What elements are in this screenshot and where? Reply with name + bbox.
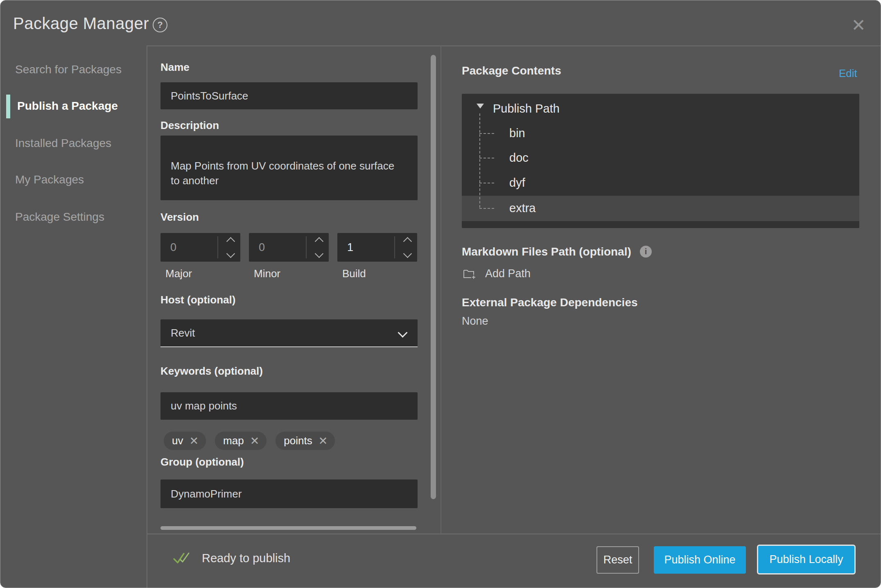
reset-button[interactable]: Reset	[596, 546, 639, 574]
vertical-scrollbar[interactable]	[431, 55, 436, 499]
add-path-label: Add Path	[485, 267, 531, 280]
host-label: Host (optional)	[160, 294, 235, 306]
build-stepper	[337, 233, 417, 262]
window-title: Package Manager	[13, 14, 149, 33]
chip-label: points	[284, 434, 312, 447]
keywords-label: Keywords (optional)	[160, 365, 263, 378]
header-divider	[147, 45, 881, 46]
remove-tag-icon[interactable]: ✕	[189, 434, 199, 448]
dependencies-label: External Package Dependencies	[462, 296, 638, 309]
build-decrement-button[interactable]	[398, 247, 417, 260]
package-contents-title: Package Contents	[462, 64, 561, 77]
package-contents-tree: Publish Path bin doc dyf extra	[462, 94, 859, 228]
description-label: Description	[160, 119, 219, 132]
footer-divider	[147, 534, 881, 534]
build-input[interactable]	[337, 233, 394, 262]
host-selected-value: Revit	[171, 327, 195, 339]
active-item-indicator	[6, 95, 10, 118]
minor-stepper	[249, 233, 329, 262]
keyword-chip-points: points ✕	[276, 432, 335, 450]
minor-input[interactable]	[249, 233, 305, 262]
sidebar-divider	[147, 45, 147, 588]
close-icon[interactable]: ✕	[849, 15, 868, 35]
version-label: Version	[160, 211, 199, 224]
chevron-down-icon	[314, 249, 323, 258]
chevron-up-icon	[403, 237, 411, 245]
stepper-separator	[306, 236, 307, 258]
build-label: Build	[337, 267, 417, 280]
tree-node-doc[interactable]: doc	[462, 145, 881, 170]
stepper-separator	[217, 236, 218, 258]
edit-link[interactable]: Edit	[839, 67, 857, 80]
name-label: Name	[160, 61, 190, 74]
sidebar-item-installed-packages[interactable]: Installed Packages	[15, 131, 138, 156]
minor-label: Minor	[249, 267, 329, 280]
dependencies-value: None	[462, 315, 488, 328]
publish-status: Ready to publish	[172, 551, 290, 565]
markdown-path-label: Markdown Files Path (optional)	[462, 245, 631, 258]
major-increment-button[interactable]	[221, 235, 240, 248]
version-steppers	[160, 233, 418, 262]
chip-label: map	[223, 434, 244, 447]
tree-node-dyf[interactable]: dyf	[462, 170, 881, 195]
minor-increment-button[interactable]	[309, 235, 328, 248]
major-label: Major	[160, 267, 240, 280]
stepper-separator	[394, 236, 395, 258]
keyword-chip-map: map ✕	[215, 432, 267, 450]
remove-tag-icon[interactable]: ✕	[319, 434, 328, 448]
chevron-down-icon	[226, 249, 235, 258]
sidebar-item-package-settings[interactable]: Package Settings	[15, 205, 138, 229]
sidebar-item-search-for-packages[interactable]: Search for Packages	[15, 57, 138, 82]
chevron-down-icon	[403, 249, 411, 258]
chip-label: uv	[172, 434, 183, 447]
group-label: Group (optional)	[160, 456, 244, 468]
package-manager-dialog: Package Manager ? ✕ Search for Packages …	[0, 0, 881, 588]
sidebar-item-my-packages[interactable]: My Packages	[15, 167, 138, 192]
horizontal-scrollbar[interactable]	[160, 526, 416, 530]
chevron-down-icon	[398, 328, 407, 337]
publish-locally-button[interactable]: Publish Locally	[757, 545, 856, 574]
tree-node-bin[interactable]: bin	[462, 121, 881, 145]
keyword-tags: uv ✕ map ✕ points ✕	[164, 432, 335, 450]
keywords-input[interactable]	[160, 392, 418, 420]
help-icon[interactable]: ?	[153, 18, 167, 32]
description-textarea[interactable]: Map Points from UV coordinates of one su…	[160, 136, 418, 200]
build-increment-button[interactable]	[398, 235, 417, 248]
minor-decrement-button[interactable]	[309, 247, 328, 260]
info-icon[interactable]: i	[640, 246, 652, 258]
sidebar-item-publish-a-package[interactable]: Publish a Package	[17, 94, 140, 118]
keyword-chip-uv: uv ✕	[164, 432, 206, 450]
tree-node-extra[interactable]: extra	[462, 196, 881, 220]
folder-plus-icon	[463, 268, 477, 280]
publish-online-button[interactable]: Publish Online	[654, 546, 746, 574]
chevron-up-icon	[226, 237, 235, 245]
chevron-up-icon	[314, 237, 323, 245]
panel-divider	[441, 45, 441, 534]
status-text: Ready to publish	[202, 552, 290, 565]
name-input[interactable]	[160, 82, 418, 109]
remove-tag-icon[interactable]: ✕	[250, 434, 260, 448]
double-check-icon	[172, 551, 191, 565]
major-stepper	[160, 233, 240, 262]
host-select[interactable]: Revit	[160, 319, 418, 347]
add-path-button[interactable]: Add Path	[463, 267, 531, 280]
major-input[interactable]	[160, 233, 217, 262]
major-decrement-button[interactable]	[221, 247, 240, 260]
group-input[interactable]	[160, 479, 418, 508]
tree-node-publish-path[interactable]: Publish Path	[462, 96, 881, 121]
